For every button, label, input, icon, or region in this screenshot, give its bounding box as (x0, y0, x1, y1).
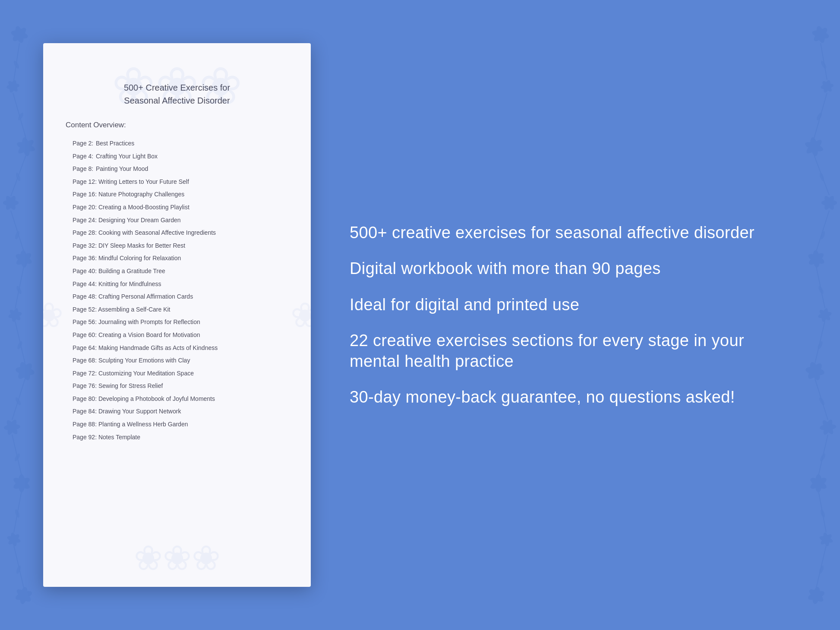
toc-item: Page 84: Drawing Your Support Network (66, 405, 288, 418)
toc-page-num: Page 76: (73, 382, 97, 391)
toc-list: Page 2: Best PracticesPage 4: Crafting Y… (66, 137, 288, 444)
toc-item: Page 32: DIY Sleep Masks for Better Rest (66, 239, 288, 252)
toc-item: Page 28: Cooking with Seasonal Affective… (66, 227, 288, 239)
main-content: ❀❀❀ ❀❀❀ ❀ ❀ 500+ Creative Exercises for … (0, 0, 840, 630)
toc-page-num: Page 64: (73, 344, 97, 353)
toc-section-title: Content Overview: (66, 121, 288, 129)
toc-item: Page 64: Making Handmade Gifts as Acts o… (66, 342, 288, 355)
toc-item: Page 2: Best Practices (66, 137, 288, 150)
toc-page-num: Page 92: (73, 433, 97, 442)
toc-item: Page 8: Painting Your Mood (66, 163, 288, 176)
right-panel: 500+ creative exercises for seasonal aff… (341, 223, 780, 408)
toc-item: Page 60: Creating a Vision Board for Mot… (66, 329, 288, 342)
feature-4: 22 creative exercises sections for every… (350, 331, 780, 372)
toc-page-num: Page 32: (73, 242, 97, 250)
toc-item: Page 12: Writing Letters to Your Future … (66, 176, 288, 189)
toc-item: Page 52: Assembling a Self-Care Kit (66, 303, 288, 316)
toc-page-num: Page 36: (73, 254, 97, 263)
toc-item: Page 88: Planting a Wellness Herb Garden (66, 418, 288, 431)
toc-page-num: Page 2: (73, 139, 94, 148)
toc-page-num: Page 8: (73, 165, 94, 173)
doc-watermark-left: ❀ (43, 295, 63, 335)
feature-2: Digital workbook with more than 90 pages (350, 258, 780, 279)
doc-title-line2: Seasonal Affective Disorder (66, 94, 288, 107)
toc-page-num: Page 52: (73, 306, 97, 314)
document-title: 500+ Creative Exercises for Seasonal Aff… (66, 81, 288, 107)
toc-item: Page 20: Creating a Mood-Boosting Playli… (66, 201, 288, 214)
toc-page-num: Page 60: (73, 331, 97, 340)
toc-page-num: Page 84: (73, 407, 97, 416)
doc-watermark-bottom: ❀❀❀ (134, 538, 221, 578)
toc-page-num: Page 24: (73, 216, 97, 225)
toc-item: Page 56: Journaling with Prompts for Ref… (66, 316, 288, 329)
feature-3: Ideal for digital and printed use (350, 295, 780, 315)
toc-page-num: Page 68: (73, 356, 97, 365)
toc-item: Page 72: Customizing Your Meditation Spa… (66, 367, 288, 380)
toc-page-num: Page 40: (73, 267, 97, 276)
toc-page-num: Page 20: (73, 203, 97, 212)
toc-page-num: Page 80: (73, 395, 97, 403)
feature-5: 30-day money-back guarantee, no question… (350, 387, 780, 408)
toc-page-num: Page 4: (73, 152, 94, 161)
toc-page-num: Page 48: (73, 293, 97, 301)
toc-page-num: Page 12: (73, 178, 97, 186)
toc-item: Page 16: Nature Photography Challenges (66, 188, 288, 201)
toc-item: Page 4: Crafting Your Light Box (66, 150, 288, 163)
document-preview: ❀❀❀ ❀❀❀ ❀ ❀ 500+ Creative Exercises for … (43, 43, 311, 587)
feature-1: 500+ creative exercises for seasonal aff… (350, 223, 780, 243)
toc-page-num: Page 44: (73, 280, 97, 289)
doc-watermark-right: ❀ (291, 295, 311, 335)
toc-page-num: Page 88: (73, 420, 97, 429)
toc-item: Page 92: Notes Template (66, 431, 288, 444)
toc-page-num: Page 28: (73, 229, 97, 237)
toc-item: Page 80: Developing a Photobook of Joyfu… (66, 393, 288, 406)
toc-item: Page 48: Crafting Personal Affirmation C… (66, 290, 288, 303)
toc-item: Page 36: Mindful Coloring for Relaxation (66, 252, 288, 265)
toc-item: Page 44: Knitting for Mindfulness (66, 278, 288, 291)
toc-page-num: Page 16: (73, 190, 97, 199)
toc-item: Page 68: Sculpting Your Emotions with Cl… (66, 354, 288, 367)
toc-page-num: Page 56: (73, 318, 97, 327)
doc-title-line1: 500+ Creative Exercises for (66, 81, 288, 94)
toc-page-num: Page 72: (73, 369, 97, 378)
toc-item: Page 24: Designing Your Dream Garden (66, 214, 288, 227)
toc-item: Page 76: Sewing for Stress Relief (66, 380, 288, 393)
toc-item: Page 40: Building a Gratitude Tree (66, 265, 288, 278)
